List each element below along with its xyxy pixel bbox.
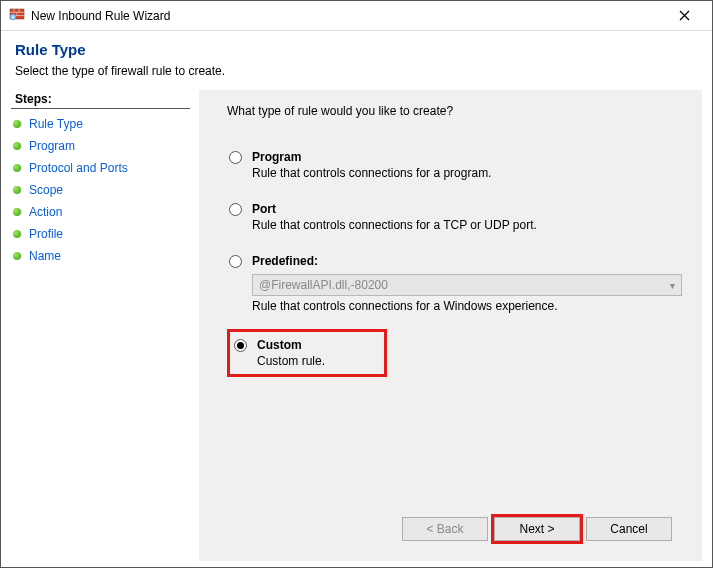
next-button[interactable]: Next > [494, 517, 580, 541]
option-content: Program Rule that controls connections f… [252, 150, 491, 180]
firewall-icon [9, 6, 25, 25]
option-predefined[interactable]: Predefined: @FirewallAPI.dll,-80200 ▾ Ru… [227, 248, 684, 319]
steps-heading: Steps: [11, 90, 190, 109]
bullet-icon [13, 208, 21, 216]
step-program[interactable]: Program [11, 135, 198, 157]
cancel-button[interactable]: Cancel [586, 517, 672, 541]
steps-column: Steps: Rule Type Program Protocol and Po… [11, 90, 199, 561]
step-link[interactable]: Action [29, 205, 62, 219]
bullet-icon [13, 230, 21, 238]
option-content: Port Rule that controls connections for … [252, 202, 537, 232]
svg-point-8 [11, 15, 15, 19]
page-title: Rule Type [15, 41, 698, 58]
radio-program[interactable] [229, 151, 242, 164]
option-label: Custom [257, 338, 325, 352]
option-label: Predefined: [252, 254, 682, 268]
option-desc: Rule that controls connections for a pro… [252, 166, 491, 180]
option-content: Custom Custom rule. [257, 338, 325, 368]
window-title: New Inbound Rule Wizard [31, 9, 664, 23]
step-profile[interactable]: Profile [11, 223, 198, 245]
close-button[interactable] [664, 2, 704, 30]
chevron-down-icon: ▾ [670, 280, 675, 291]
step-rule-type[interactable]: Rule Type [11, 113, 198, 135]
option-program[interactable]: Program Rule that controls connections f… [227, 144, 684, 186]
option-desc: Custom rule. [257, 354, 325, 368]
predefined-select: @FirewallAPI.dll,-80200 ▾ [252, 274, 682, 296]
step-protocol-and-ports[interactable]: Protocol and Ports [11, 157, 198, 179]
option-label: Program [252, 150, 491, 164]
titlebar: New Inbound Rule Wizard [1, 1, 712, 31]
back-button: < Back [402, 517, 488, 541]
rule-type-options: Program Rule that controls connections f… [227, 144, 684, 381]
predefined-select-value: @FirewallAPI.dll,-80200 [259, 278, 388, 292]
close-icon [679, 10, 690, 21]
option-port[interactable]: Port Rule that controls connections for … [227, 196, 684, 238]
step-link[interactable]: Rule Type [29, 117, 83, 131]
step-link[interactable]: Program [29, 139, 75, 153]
radio-port[interactable] [229, 203, 242, 216]
wizard-header: Rule Type Select the type of firewall ru… [1, 31, 712, 90]
page-subtitle: Select the type of firewall rule to crea… [15, 64, 698, 78]
bullet-icon [13, 252, 21, 260]
steps-list: Rule Type Program Protocol and Ports Sco… [11, 109, 198, 271]
option-desc: Rule that controls connections for a TCP… [252, 218, 537, 232]
wizard-body: Steps: Rule Type Program Protocol and Po… [1, 90, 712, 567]
wizard-window: New Inbound Rule Wizard Rule Type Select… [0, 0, 713, 568]
option-desc: Rule that controls connections for a Win… [252, 299, 682, 313]
step-action[interactable]: Action [11, 201, 198, 223]
step-link[interactable]: Profile [29, 227, 63, 241]
bullet-icon [13, 186, 21, 194]
step-name[interactable]: Name [11, 245, 198, 267]
option-custom[interactable]: Custom Custom rule. [227, 329, 387, 377]
bullet-icon [13, 142, 21, 150]
predefined-select-wrap: @FirewallAPI.dll,-80200 ▾ [252, 274, 682, 296]
option-label: Port [252, 202, 537, 216]
radio-predefined[interactable] [229, 255, 242, 268]
wizard-footer: < Back Next > Cancel [227, 509, 684, 551]
radio-custom[interactable] [234, 339, 247, 352]
main-panel: What type of rule would you like to crea… [199, 90, 702, 561]
step-scope[interactable]: Scope [11, 179, 198, 201]
bullet-icon [13, 120, 21, 128]
question-text: What type of rule would you like to crea… [227, 104, 684, 118]
option-content: Predefined: @FirewallAPI.dll,-80200 ▾ Ru… [252, 254, 682, 313]
step-link[interactable]: Scope [29, 183, 63, 197]
step-link[interactable]: Name [29, 249, 61, 263]
bullet-icon [13, 164, 21, 172]
step-link[interactable]: Protocol and Ports [29, 161, 128, 175]
